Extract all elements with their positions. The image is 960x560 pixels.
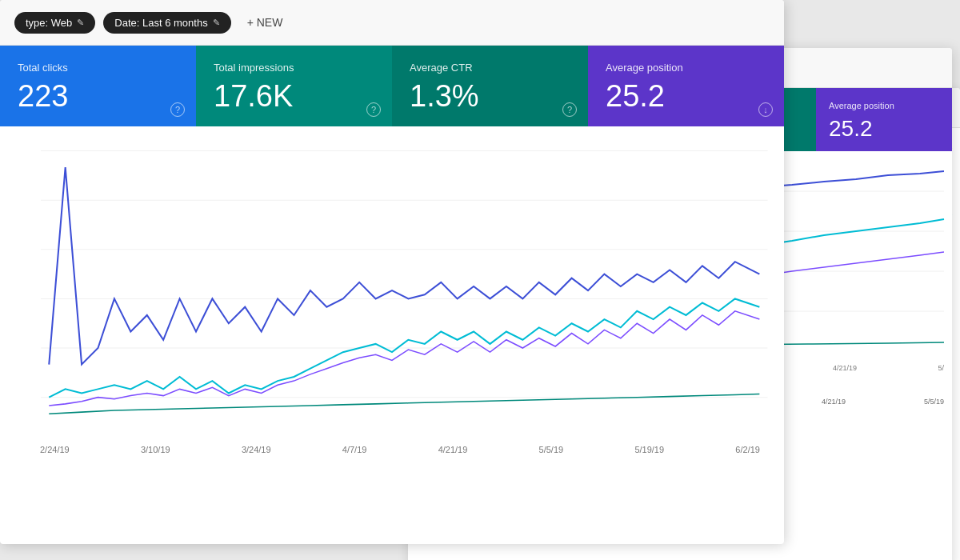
type-filter-pill[interactable]: type: Web ✎: [14, 12, 95, 34]
stat-card-total-clicks: Total clicks 223 ?: [0, 46, 196, 126]
chart-area: 2/24/19 3/10/19 3/24/19 4/7/19 4/21/19 5…: [0, 126, 784, 462]
x-label-1: 2/24/19: [40, 445, 70, 454]
date-filter-edit-icon: ✎: [213, 18, 220, 28]
position-line: [49, 311, 759, 406]
stat-label-total-clicks: Total clicks: [18, 62, 178, 74]
stat-help-total-clicks[interactable]: ?: [170, 102, 185, 117]
main-panel: type: Web ✎ Date: Last 6 months ✎ + NEW …: [0, 0, 784, 544]
stat-value-total-clicks: 223: [18, 80, 178, 114]
stat-label-average-ctr: Average CTR: [410, 62, 570, 74]
panel-stat-position: Average position 25.2: [816, 88, 952, 151]
stat-card-average-ctr: Average CTR 1.3% ?: [392, 46, 588, 126]
stat-label-total-impressions: Total impressions: [214, 62, 374, 74]
date-filter-label: Date: Last 6 months: [114, 17, 207, 29]
x-label-2: 3/10/19: [141, 445, 170, 454]
panel-stat-position-value: 25.2: [829, 117, 939, 142]
x-label-5: 4/21/19: [438, 445, 468, 454]
stat-label-average-position: Average position: [606, 62, 766, 74]
new-button-label: + NEW: [247, 16, 283, 29]
panel-stat-position-label: Average position: [829, 101, 939, 110]
type-filter-edit-icon: ✎: [77, 18, 84, 28]
stat-value-average-ctr: 1.3%: [410, 80, 570, 114]
type-filter-label: type: Web: [26, 17, 72, 29]
panel-x-label-6: 5/: [938, 364, 944, 372]
stat-card-average-position: Average position 25.2 ↓: [588, 46, 784, 126]
stat-card-total-impressions: Total impressions 17.6K ?: [196, 46, 392, 126]
panel-bottom-date-6: 5/5/19: [924, 398, 944, 406]
clicks-line: [49, 167, 759, 364]
stat-help-average-position[interactable]: ↓: [758, 102, 773, 117]
stats-row: Total clicks 223 ? Total impressions 17.…: [0, 46, 784, 126]
x-label-4: 4/7/19: [342, 445, 367, 454]
stat-value-average-position: 25.2: [606, 80, 766, 114]
stat-help-average-ctr[interactable]: ?: [562, 102, 577, 117]
stat-help-total-impressions[interactable]: ?: [366, 102, 381, 117]
toolbar: type: Web ✎ Date: Last 6 months ✎ + NEW: [0, 0, 784, 46]
stat-value-total-impressions: 17.6K: [214, 80, 374, 114]
panel-x-label-5: 4/21/19: [833, 364, 857, 372]
x-axis-labels: 2/24/19 3/10/19 3/24/19 4/7/19 4/21/19 5…: [0, 445, 784, 454]
date-filter-pill[interactable]: Date: Last 6 months ✎: [103, 12, 230, 34]
x-label-7: 5/19/19: [634, 445, 664, 454]
x-label-8: 6/2/19: [735, 445, 760, 454]
panel-bottom-date-5: 4/21/19: [822, 398, 846, 406]
x-label-6: 5/5/19: [539, 445, 564, 454]
chart-svg: [0, 134, 784, 438]
new-button[interactable]: + NEW: [239, 11, 291, 34]
x-label-3: 3/24/19: [242, 445, 271, 454]
